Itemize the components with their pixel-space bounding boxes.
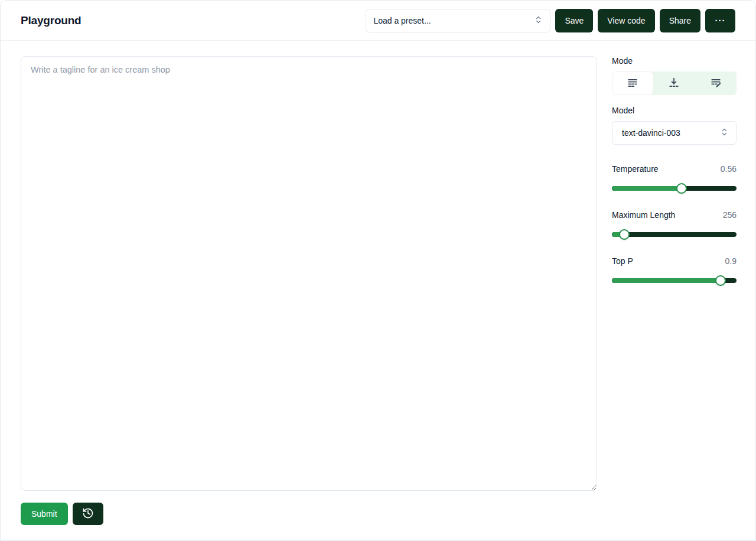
mode-insert-toggle[interactable] <box>653 71 695 95</box>
prompt-textarea[interactable] <box>21 56 597 491</box>
edit-mode-icon <box>710 77 722 90</box>
model-select-value: text-davinci-003 <box>622 128 680 138</box>
ellipsis-icon: ··· <box>715 15 726 25</box>
temperature-label: Temperature <box>612 164 659 174</box>
maximum-length-header: Maximum Length 256 <box>612 210 737 220</box>
mode-toggle-group <box>612 71 737 95</box>
mode-complete-toggle[interactable] <box>612 71 653 95</box>
maximum-length-label: Maximum Length <box>612 210 675 220</box>
settings-sidebar: Mode <box>612 56 737 540</box>
view-code-button[interactable]: View code <box>598 9 654 32</box>
slider-fill <box>612 186 682 191</box>
temperature-group: Temperature 0.56 <box>612 164 737 194</box>
top-p-group: Top P 0.9 <box>612 256 737 286</box>
editor-footer: Submit <box>21 503 597 525</box>
top-p-slider[interactable] <box>612 275 737 286</box>
history-icon <box>82 507 94 521</box>
slider-thumb[interactable] <box>676 183 687 194</box>
temperature-header: Temperature 0.56 <box>612 164 737 174</box>
temperature-value: 0.56 <box>721 164 737 174</box>
share-button[interactable]: Share <box>660 9 700 32</box>
more-options-button[interactable]: ··· <box>705 9 735 32</box>
chevrons-up-down-icon <box>720 128 729 138</box>
editor-column: Submit <box>21 56 597 540</box>
slider-fill <box>612 278 721 283</box>
insert-mode-icon <box>668 77 680 90</box>
slider-thumb[interactable] <box>619 229 630 240</box>
complete-mode-icon <box>627 77 638 90</box>
maximum-length-group: Maximum Length 256 <box>612 210 737 240</box>
submit-button[interactable]: Submit <box>21 503 68 525</box>
top-p-label: Top P <box>612 256 633 266</box>
playground-page: Playground Load a preset... Save View co… <box>0 0 756 541</box>
temperature-slider[interactable] <box>612 183 737 194</box>
maximum-length-value: 256 <box>723 210 737 220</box>
mode-edit-toggle[interactable] <box>695 71 737 95</box>
slider-track <box>612 232 737 237</box>
maximum-length-slider[interactable] <box>612 229 737 240</box>
model-select[interactable]: text-davinci-003 <box>612 121 737 145</box>
header-actions: Load a preset... Save View code Share ··… <box>366 9 735 32</box>
load-preset-select[interactable]: Load a preset... <box>366 9 550 32</box>
page-title: Playground <box>21 14 82 27</box>
history-button[interactable] <box>73 503 103 525</box>
header: Playground Load a preset... Save View co… <box>1 1 755 41</box>
model-label: Model <box>612 106 737 115</box>
top-p-value: 0.9 <box>725 256 737 266</box>
top-p-header: Top P 0.9 <box>612 256 737 266</box>
slider-thumb[interactable] <box>715 275 726 286</box>
mode-label: Mode <box>612 56 737 66</box>
chevrons-up-down-icon <box>534 15 543 26</box>
main-content: Submit Mode <box>1 41 755 540</box>
load-preset-value: Load a preset... <box>373 16 431 25</box>
save-button[interactable]: Save <box>555 9 593 32</box>
